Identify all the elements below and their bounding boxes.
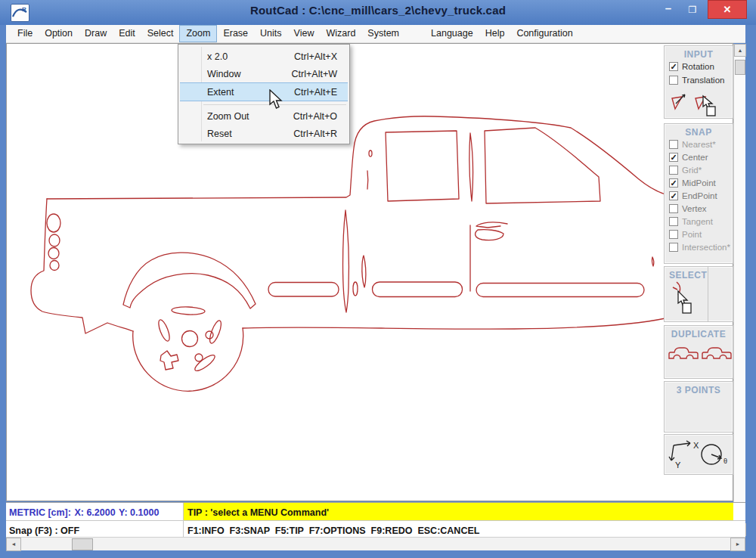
snap-center-row[interactable]: Center [665, 150, 733, 163]
statusbar-row-1: METRIC [cm]: X: 6.2000 Y: 0.1000 TIP : '… [6, 502, 745, 520]
nearest-checkbox[interactable] [669, 140, 678, 149]
rotation-tool-icon[interactable] [670, 93, 688, 113]
tip-bar: TIP : 'select a MENU Command' [184, 503, 733, 520]
axis-y-label: Y [675, 460, 681, 470]
fkeys-text: F1:INFO F3:SNAP F5:TIP F7:OPTIONS F9:RED… [187, 525, 479, 536]
cursor-x-coordinate: X: 6.2000 [74, 507, 115, 518]
maximize-button[interactable]: ❐ [683, 2, 702, 18]
tangent-checkbox[interactable] [669, 217, 678, 226]
menu-item-extent[interactable]: Extent Ctrl+Alt+E [180, 82, 348, 101]
menu-draw[interactable]: Draw [79, 25, 113, 42]
duplicate-panel-title: DUPLICATE [665, 326, 733, 339]
menu-item-zoom-out[interactable]: Zoom Out Ctrl+Alt+O [178, 107, 349, 125]
vertical-scrollbar[interactable]: ▲ ▼ [733, 44, 745, 536]
shortcut-reset: Ctrl+Alt+R [293, 129, 337, 139]
menu-zoom[interactable]: Zoom [179, 25, 217, 42]
snap-intersection-row[interactable]: Intersection* [665, 240, 733, 253]
titlebar: R RoutCad : C:\cnc_mill\cars_2\chevy_tru… [0, 0, 756, 25]
snap-tangent-row[interactable]: Tangent [665, 215, 733, 228]
snap-midpoint-row[interactable]: MidPoint [665, 176, 733, 189]
scroll-left-icon: ◄ [11, 541, 17, 547]
menu-system[interactable]: System [361, 25, 405, 42]
axis-orientation-icon[interactable]: X Y θ [665, 435, 733, 474]
snap-vertex-row[interactable]: Vertex [665, 202, 733, 215]
snap-panel: SNAP Nearest* Center Grid* MidPoint EndP… [664, 123, 733, 264]
scroll-up-button[interactable]: ▲ [734, 44, 746, 57]
menu-view[interactable]: View [288, 25, 321, 42]
menu-language[interactable]: Language [425, 25, 479, 42]
menu-file[interactable]: File [11, 25, 39, 42]
translation-tool-icon[interactable] [694, 93, 720, 117]
three-points-panel-title: 3 POINTS [665, 382, 733, 395]
input-panel: INPUT Rotation Translation [664, 45, 733, 119]
minimize-button[interactable]: – [659, 2, 677, 18]
shortcut-window: Ctrl+Alt+W [292, 69, 337, 79]
select-panel: SELECT [664, 266, 733, 322]
translation-checkbox-row[interactable]: Translation [665, 73, 733, 87]
duplicate-panel: DUPLICATE [664, 325, 733, 379]
menu-item-x2[interactable]: x 2.0 Ctrl+Alt+X [178, 48, 349, 65]
snap-grid-row[interactable]: Grid* [665, 163, 733, 176]
duplicate-truck-icon-2[interactable] [701, 346, 733, 364]
endpoint-checkbox[interactable] [669, 191, 678, 200]
translation-checkbox[interactable] [669, 76, 678, 85]
axis-theta-label: θ [723, 457, 727, 465]
zoom-dropdown-menu: x 2.0 Ctrl+Alt+X Window Ctrl+Alt+W Exten… [178, 44, 350, 144]
shortcut-extent: Ctrl+Alt+E [294, 87, 337, 98]
menu-edit[interactable]: Edit [113, 25, 141, 42]
select-panel-title: SELECT [665, 267, 733, 281]
mouse-cursor [268, 89, 285, 110]
input-panel-title: INPUT [665, 46, 733, 60]
menu-item-window[interactable]: Window Ctrl+Alt+W [178, 65, 349, 82]
select-tool-icon[interactable] [671, 281, 701, 315]
drawing-canvas[interactable] [6, 43, 733, 501]
rotation-checkbox-row[interactable]: Rotation [665, 60, 733, 73]
axis-x-label: X [693, 441, 699, 450]
function-key-hints: F1:INFO F3:SNAP F5:TIP F7:OPTIONS F9:RED… [184, 521, 745, 537]
translation-label: Translation [682, 76, 724, 85]
coordinate-readout: METRIC [cm]: X: 6.2000 Y: 0.1000 [6, 503, 184, 520]
rotation-label: Rotation [682, 62, 714, 71]
window-title: RoutCad : C:\cnc_mill\cars_2\chevy_truck… [0, 4, 756, 17]
snap-nearest-row[interactable]: Nearest* [665, 138, 733, 150]
menu-select[interactable]: Select [141, 25, 180, 42]
rotation-checkbox[interactable] [669, 62, 678, 71]
shortcut-x2: Ctrl+Alt+X [294, 51, 337, 62]
grid-checkbox[interactable] [669, 166, 678, 175]
intersection-checkbox[interactable] [669, 243, 678, 252]
vertical-scroll-thumb[interactable] [735, 60, 745, 75]
menu-configuration[interactable]: Configuration [510, 25, 578, 42]
midpoint-checkbox[interactable] [669, 178, 678, 188]
menu-help[interactable]: Help [479, 25, 511, 42]
center-checkbox[interactable] [669, 153, 678, 162]
three-points-panel: 3 POINTS [664, 381, 733, 432]
shortcut-zoom-out: Ctrl+Alt+O [293, 111, 337, 122]
horizontal-scrollbar[interactable]: ◄ ► [6, 537, 745, 550]
menu-option[interactable]: Option [39, 25, 79, 42]
snap-panel-title: SNAP [665, 124, 733, 138]
metric-units-label: METRIC [cm]: [9, 507, 71, 518]
menubar: File Option Draw Edit Select Zoom Erase … [6, 25, 745, 43]
cursor-y-coordinate: Y: 0.1000 [119, 507, 159, 518]
horizontal-scroll-thumb[interactable] [72, 538, 93, 550]
scroll-right-button[interactable]: ► [730, 538, 745, 551]
menu-item-reset[interactable]: Reset Ctrl+Alt+R [178, 125, 349, 142]
snap-status: Snap (F3) : OFF [6, 521, 184, 537]
snap-state-text: Snap (F3) : OFF [9, 525, 79, 536]
app-window: R RoutCad : C:\cnc_mill\cars_2\chevy_tru… [0, 0, 756, 558]
menu-units[interactable]: Units [254, 25, 287, 42]
scroll-left-button[interactable]: ◄ [6, 538, 21, 551]
duplicate-truck-icon-1[interactable] [668, 346, 699, 364]
axis-panel: X Y θ [664, 434, 733, 475]
scroll-up-icon: ▲ [738, 48, 743, 53]
vertex-checkbox[interactable] [669, 204, 678, 213]
snap-endpoint-row[interactable]: EndPoint [665, 189, 733, 202]
truck-drawing [7, 44, 733, 501]
point-checkbox[interactable] [669, 230, 678, 239]
menu-separator [178, 101, 349, 107]
menu-erase[interactable]: Erase [217, 25, 254, 42]
snap-point-row[interactable]: Point [665, 228, 733, 240]
menu-wizard[interactable]: Wizard [320, 25, 361, 42]
scroll-right-icon: ► [736, 541, 741, 547]
close-button[interactable]: ✕ [708, 0, 747, 19]
